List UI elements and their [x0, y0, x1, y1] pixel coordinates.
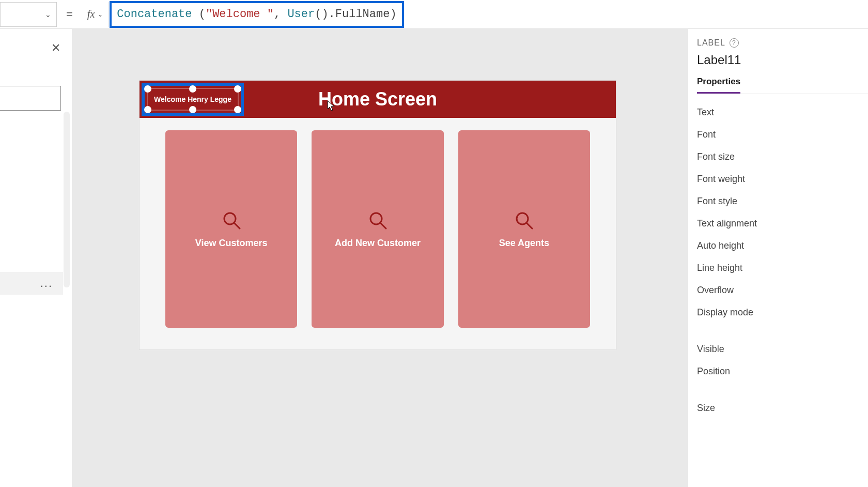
tree-search-input[interactable]	[0, 86, 61, 111]
formula-token-paren-close: )	[390, 8, 396, 21]
canvas-area[interactable]: Welcome Henry Legge Home Screen	[72, 29, 687, 487]
formula-token-object: User	[287, 8, 315, 21]
resize-handle-bottom-mid[interactable]	[189, 106, 196, 113]
search-icon	[221, 210, 242, 231]
prop-auto-height[interactable]: Auto height	[697, 235, 868, 257]
control-type-label: LABEL	[697, 38, 725, 48]
property-selector-dropdown[interactable]: ⌄	[0, 2, 57, 27]
resize-handle-bottom-right[interactable]	[234, 106, 241, 113]
app-screen[interactable]: Welcome Henry Legge Home Screen	[140, 81, 616, 349]
prop-size[interactable]: Size	[697, 397, 868, 419]
formula-token-call: ()	[315, 8, 328, 21]
prop-text-alignment[interactable]: Text alignment	[697, 212, 868, 235]
prop-text[interactable]: Text	[697, 101, 868, 124]
control-type-row: LABEL ?	[697, 38, 868, 48]
prop-font-style[interactable]: Font style	[697, 190, 868, 212]
prop-visible[interactable]: Visible	[697, 338, 868, 360]
app-header: Welcome Henry Legge Home Screen	[140, 81, 616, 118]
chevron-down-icon: ⌄	[98, 11, 103, 18]
resize-handle-bottom-left[interactable]	[144, 106, 151, 113]
screen-title-label[interactable]: Home Screen	[318, 88, 437, 110]
properties-panel: LABEL ? Label11 Properties Text Font Fon…	[687, 29, 868, 487]
resize-handle-top-mid[interactable]	[189, 85, 196, 93]
prop-line-height[interactable]: Line height	[697, 257, 868, 279]
formula-token-dot: .	[329, 8, 335, 21]
prop-font-size[interactable]: Font size	[697, 146, 868, 168]
card-label: See Agents	[499, 238, 549, 249]
svg-line-5	[526, 223, 532, 229]
prop-font[interactable]: Font	[697, 124, 868, 146]
resize-handle-top-right[interactable]	[234, 85, 241, 93]
formula-input[interactable]: Concatenate ("Welcome ", User().FullName…	[117, 8, 396, 21]
card-see-agents[interactable]: See Agents	[458, 130, 590, 328]
card-label: Add New Customer	[335, 238, 421, 249]
card-add-customer[interactable]: Add New Customer	[312, 130, 443, 328]
properties-tabs: Properties	[697, 77, 868, 94]
formula-token-paren-open: (	[192, 8, 206, 21]
card-row: View Customers Add New Customer See Agen…	[140, 118, 616, 348]
tree-item-more[interactable]: ...	[0, 272, 63, 295]
ellipsis-icon: ...	[40, 277, 53, 290]
prop-font-weight[interactable]: Font weight	[697, 168, 868, 190]
control-name[interactable]: Label11	[697, 53, 868, 67]
chevron-down-icon: ⌄	[45, 10, 51, 19]
formula-token-property: FullName	[335, 8, 390, 21]
search-icon	[514, 210, 534, 231]
search-icon	[367, 210, 388, 231]
formula-token-function: Concatenate	[117, 8, 192, 21]
prop-position[interactable]: Position	[697, 360, 868, 383]
card-label: View Customers	[195, 238, 268, 249]
workspace: ✕ ... Welcome Henry Legge Home	[0, 29, 868, 487]
scrollbar[interactable]	[64, 112, 70, 287]
equals-sign: =	[57, 8, 82, 21]
formula-token-string: "Welcome "	[206, 8, 274, 21]
svg-line-3	[380, 223, 386, 229]
formula-token-comma: ,	[274, 8, 287, 21]
properties-list: Text Font Font size Font weight Font sty…	[697, 101, 868, 419]
tree-view-panel: ✕ ...	[0, 29, 72, 487]
help-icon[interactable]: ?	[730, 38, 739, 48]
tab-properties[interactable]: Properties	[697, 77, 740, 94]
selected-control-outline[interactable]: Welcome Henry Legge	[142, 83, 244, 116]
close-icon[interactable]: ✕	[51, 41, 60, 55]
svg-line-1	[234, 223, 240, 229]
prop-display-mode[interactable]: Display mode	[697, 301, 868, 324]
card-view-customers[interactable]: View Customers	[165, 130, 297, 328]
prop-overflow[interactable]: Overflow	[697, 279, 868, 301]
fx-button[interactable]: fx ⌄	[82, 2, 109, 27]
formula-input-highlight: Concatenate ("Welcome ", User().FullName…	[110, 1, 404, 28]
fx-label: fx	[87, 8, 95, 20]
resize-handle-top-left[interactable]	[144, 85, 151, 93]
formula-bar: ⌄ = fx ⌄ Concatenate ("Welcome ", User()…	[0, 0, 868, 29]
